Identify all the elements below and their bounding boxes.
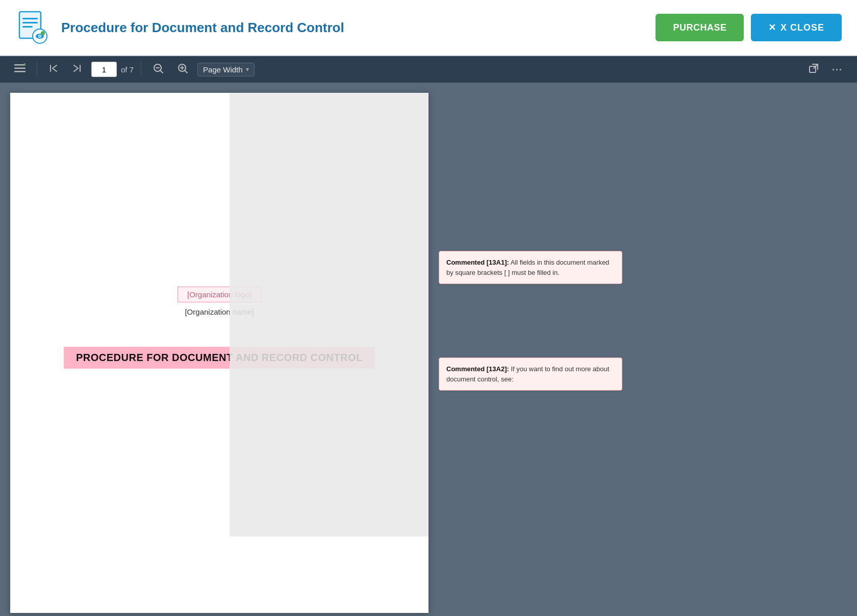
- page-total: of 7: [121, 65, 134, 74]
- svg-rect-2: [22, 22, 38, 23]
- blurred-content-overlay: [230, 93, 428, 536]
- open-new-window-button[interactable]: [804, 60, 823, 79]
- close-button[interactable]: ✕ X CLOSE: [751, 14, 842, 41]
- page-title: Procedure for Document and Record Contro…: [61, 20, 656, 36]
- chevron-down-icon: ▾: [246, 66, 249, 73]
- first-page-button[interactable]: [44, 60, 63, 79]
- svg-rect-12: [23, 63, 26, 65]
- zoom-out-button[interactable]: [148, 60, 168, 80]
- comment-spacer: [439, 290, 622, 351]
- toolbar-sep-1: [37, 62, 37, 77]
- document-page: [Organization logo] [Organization name] …: [10, 93, 428, 613]
- header: Procedure for Document and Record Contro…: [0, 0, 857, 56]
- svg-rect-10: [14, 67, 26, 69]
- last-page-button[interactable]: [68, 60, 86, 79]
- page-navigation: 1 of 7: [91, 62, 134, 77]
- zoom-selector[interactable]: Page Width ▾: [197, 63, 255, 76]
- purchase-button[interactable]: PURCHASE: [656, 14, 744, 41]
- sidebar-toggle-button[interactable]: [10, 60, 30, 79]
- page-number-input[interactable]: 1: [91, 62, 117, 77]
- pdf-toolbar: 1 of 7 Page Width ▾: [0, 56, 857, 83]
- comment-2-label: Commented [13A2]:: [446, 365, 509, 373]
- comment-1-label: Commented [13A1]:: [446, 259, 509, 266]
- svg-rect-11: [14, 71, 26, 72]
- toolbar-sep-2: [141, 62, 141, 77]
- document-logo: [15, 10, 51, 45]
- svg-rect-3: [22, 26, 33, 28]
- more-options-button[interactable]: ···: [828, 61, 847, 79]
- pdf-viewer: [Organization logo] [Organization name] …: [0, 83, 857, 616]
- svg-rect-1: [22, 18, 38, 19]
- comment-2: Commented [13A2]: If you want to find ou…: [439, 357, 622, 391]
- comment-1: Commented [13A1]: All fields in this doc…: [439, 251, 622, 284]
- svg-point-8: [41, 31, 45, 35]
- close-x-icon: ✕: [768, 22, 776, 33]
- svg-point-7: [39, 36, 41, 37]
- header-buttons: PURCHASE ✕ X CLOSE: [656, 14, 842, 41]
- zoom-value: Page Width: [203, 65, 243, 74]
- comments-panel: Commented [13A1]: All fields in this doc…: [439, 93, 622, 613]
- zoom-in-button[interactable]: [173, 60, 192, 80]
